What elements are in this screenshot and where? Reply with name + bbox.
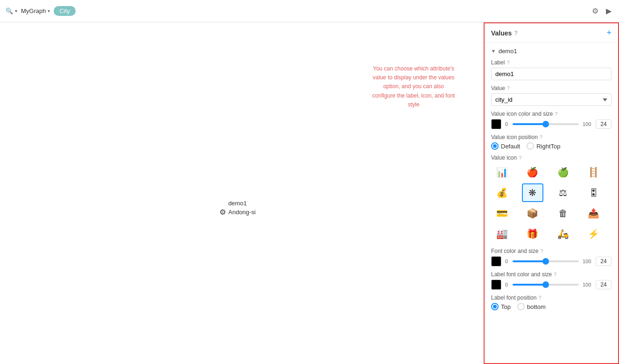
- radio-default-dot: [491, 142, 499, 150]
- main-layout: You can choose which attribute's value t…: [0, 22, 619, 364]
- value-icon-cs-slider-row: 0 100 24: [491, 119, 612, 129]
- value-icon-label: Value icon ?: [491, 154, 612, 161]
- label-info-icon: ?: [506, 60, 509, 65]
- font-color-swatch[interactable]: [491, 256, 501, 266]
- label-font-slider[interactable]: [513, 284, 579, 286]
- radio-bottom-dot: [517, 303, 525, 310]
- label-font-color-size-row: Label font color and size ? 0 100 24: [491, 271, 612, 290]
- label-font-range-val: 24: [596, 280, 612, 289]
- value-icon-color-size-label: Value icon color and size ?: [491, 111, 612, 117]
- node-icon-label: ⚙ Andong-si: [219, 208, 256, 217]
- canvas-hint: You can choose which attribute's value t…: [372, 64, 456, 109]
- icon-cell-2[interactable]: 🍏: [552, 163, 574, 182]
- icon-cell-14[interactable]: 🛵: [552, 224, 574, 243]
- label-input[interactable]: [491, 68, 612, 80]
- label-font-cs-info-icon: ?: [554, 272, 556, 277]
- settings-button[interactable]: ⚙: [590, 5, 600, 17]
- radio-top-dot: [491, 303, 499, 310]
- section-toggle[interactable]: ▼ demo1: [491, 48, 612, 55]
- radio-righttop[interactable]: RightTop: [527, 142, 560, 150]
- label-font-cs-slider-row: 0 100 24: [491, 280, 612, 290]
- icon-cell-9[interactable]: 📦: [522, 204, 543, 223]
- radio-default[interactable]: Default: [491, 142, 520, 150]
- radio-bottom[interactable]: bottom: [517, 303, 546, 310]
- search-icon: 🔍: [6, 7, 13, 14]
- icon-cell-7[interactable]: 🎛: [583, 183, 605, 202]
- label-font-color-swatch[interactable]: [491, 280, 501, 290]
- node-city: Andong-si: [228, 209, 256, 216]
- label-font-color-size-label: Label font color and size ?: [491, 271, 612, 278]
- value-icon-cs-info-icon: ?: [555, 111, 558, 117]
- value-icon-color-swatch[interactable]: [491, 119, 501, 129]
- canvas-area: You can choose which attribute's value t…: [0, 22, 484, 364]
- value-icon-pos-info-icon: ?: [540, 134, 542, 140]
- value-field-label: Value ?: [491, 85, 612, 91]
- search-chevron-icon: ▾: [15, 8, 17, 14]
- label-font-range-max: 100: [583, 282, 592, 287]
- panel-title: Values ?: [491, 29, 518, 37]
- icon-cell-12[interactable]: 🏭: [491, 224, 513, 243]
- value-icon-range-max: 100: [583, 121, 592, 127]
- label-font-range-min: 0: [505, 282, 509, 287]
- radio-righttop-dot: [527, 142, 534, 150]
- value-icon-position-row: Value icon position ? Default RightTop: [491, 134, 612, 150]
- value-icon-range-val: 24: [596, 119, 612, 129]
- icon-cell-1[interactable]: 🍎: [522, 163, 543, 182]
- label-font-position-row: Label font position ? Top bottom: [491, 294, 612, 310]
- city-badge[interactable]: City: [54, 6, 75, 16]
- label-field-label: Label ?: [491, 59, 612, 66]
- value-icon-position-radio-group: Default RightTop: [491, 142, 612, 150]
- section-name: demo1: [499, 48, 517, 55]
- icon-cell-5[interactable]: ❋: [522, 183, 543, 202]
- toggle-arrow-icon: ▼: [491, 49, 496, 54]
- icon-cell-0[interactable]: 📊: [491, 163, 513, 182]
- font-slider[interactable]: [513, 260, 579, 262]
- panel-body: ▼ demo1 Label ? Value ? city_id ci: [485, 43, 618, 363]
- value-icon-range-min: 0: [505, 121, 509, 127]
- label-field-row: Label ?: [491, 59, 612, 80]
- value-icon-info-icon: ?: [519, 155, 521, 161]
- top-bar: 🔍 ▾ MyGraph ▾ City ⚙ ▶: [0, 0, 619, 22]
- icon-cell-4[interactable]: 💰: [491, 183, 513, 202]
- panel-title-text: Values: [491, 29, 512, 37]
- right-panel: Values ? + ▼ demo1 Label ?: [484, 22, 619, 364]
- search-icon-wrap[interactable]: 🔍 ▾: [6, 7, 17, 14]
- play-button[interactable]: ▶: [604, 5, 613, 17]
- value-icon-row: Value icon ? 📊 🍎 🍏 🪜 💰 ❋ ⚖ 🎛 💳 📦 🗑 📤: [491, 154, 612, 243]
- radio-top[interactable]: Top: [491, 303, 511, 310]
- font-color-size-label: Font color and size ?: [491, 248, 612, 254]
- font-range-val: 24: [596, 257, 612, 266]
- icon-cell-15[interactable]: ⚡: [583, 224, 605, 243]
- node-icon: ⚙: [219, 208, 226, 217]
- graph-name: MyGraph: [21, 7, 46, 14]
- node-container: demo1 ⚙ Andong-si: [219, 200, 256, 217]
- icon-cell-3[interactable]: 🪜: [583, 163, 605, 182]
- font-range-max: 100: [583, 259, 592, 264]
- font-cs-slider-row: 0 100 24: [491, 256, 612, 266]
- icon-cell-8[interactable]: 💳: [491, 204, 513, 223]
- panel-add-button[interactable]: +: [606, 28, 612, 38]
- icon-grid: 📊 🍎 🍏 🪜 💰 ❋ ⚖ 🎛 💳 📦 🗑 📤 🏭 🎁 🛵 ⚡: [491, 163, 612, 243]
- label-font-pos-info-icon: ?: [538, 295, 541, 301]
- value-icon-position-label: Value icon position ?: [491, 134, 612, 140]
- value-icon-slider[interactable]: [513, 123, 579, 125]
- value-select[interactable]: city_id city_name population area: [491, 93, 612, 106]
- icon-cell-13[interactable]: 🎁: [522, 224, 543, 243]
- node-label: demo1: [228, 200, 247, 207]
- value-icon-color-size-row: Value icon color and size ? 0 100 24: [491, 111, 612, 129]
- graph-chevron-icon: ▾: [48, 8, 50, 14]
- value-info-icon: ?: [507, 85, 510, 91]
- font-color-size-row: Font color and size ? 0 100 24: [491, 248, 612, 266]
- font-cs-info-icon: ?: [540, 248, 543, 254]
- font-range-min: 0: [505, 259, 509, 264]
- label-font-position-label: Label font position ?: [491, 294, 612, 301]
- panel-title-info-icon: ?: [514, 30, 517, 36]
- icon-cell-6[interactable]: ⚖: [552, 183, 574, 202]
- icon-cell-11[interactable]: 📤: [583, 204, 605, 223]
- value-field-row: Value ? city_id city_name population are…: [491, 85, 612, 106]
- icon-cell-10[interactable]: 🗑: [552, 204, 574, 223]
- graph-selector[interactable]: MyGraph ▾: [21, 7, 50, 14]
- panel-header: Values ? +: [485, 23, 618, 43]
- label-font-position-radio-group: Top bottom: [491, 303, 612, 310]
